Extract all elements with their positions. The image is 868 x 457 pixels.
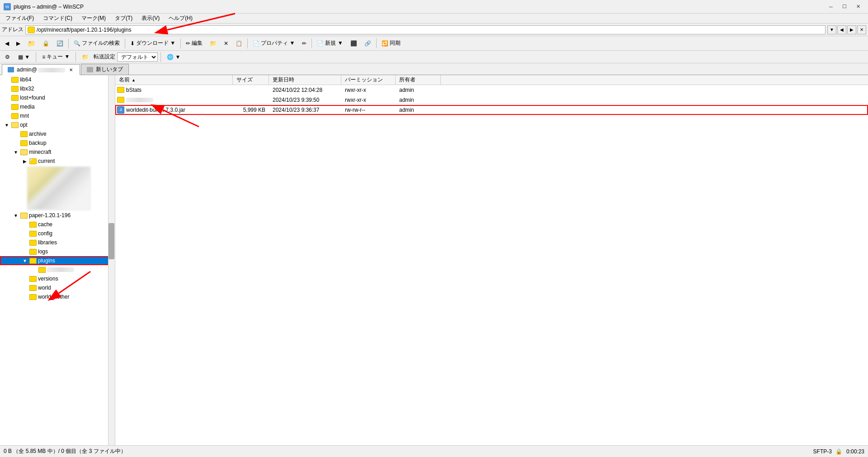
folder-icon-lib64 [11,77,19,83]
tree-toggle-plugins[interactable]: ▼ [22,257,28,264]
tree-item-world[interactable]: world [0,283,115,292]
tree-toggle-config[interactable] [22,230,28,237]
back-button[interactable]: ◀ [2,38,12,49]
copy-button[interactable]: 📋 [232,38,245,49]
lock-button[interactable]: 🔒 [39,38,52,49]
console-button[interactable]: ⬛ [347,38,360,49]
menu-help[interactable]: ヘルプ(H) [165,14,196,23]
tree-item-paper[interactable]: ▼ paper-1.20.1-196 [0,211,115,220]
col-header-permissions[interactable]: パーミッション [341,75,396,85]
tree-toggle-minecraft[interactable]: ▼ [13,149,19,155]
search-button[interactable]: 🔍 ファイルの検索 [71,38,123,49]
tree-item-lib64[interactable]: lib64 [0,75,115,84]
tree-toggle-lostfound[interactable] [4,95,10,101]
folder-icon-blurred-row [117,97,124,103]
tree-toggle-media[interactable] [4,104,10,110]
download-button[interactable]: ⬇ ダウンロード ▼ [127,38,179,49]
tree-item-config[interactable]: config [0,229,115,238]
tree-item-logs[interactable]: logs [0,247,115,256]
new-button[interactable]: 📄 新規 ▼ [314,38,346,49]
tree-toggle-versions[interactable] [22,276,28,282]
properties-button[interactable]: 📄 プロパティ ▼ [250,38,298,49]
folder-icon-archive [20,131,28,137]
file-name-blurred [115,97,233,103]
tree-toggle-logs[interactable] [22,248,28,255]
tree-toggle-backup[interactable] [13,140,19,146]
globe-button[interactable]: 🌐 ▼ [164,52,184,62]
grid-button[interactable]: ▦ ▼ [15,52,33,62]
parent-dir-button[interactable]: 📁 [24,38,38,49]
tree-item-libraries[interactable]: libraries [0,238,115,247]
tb2-sep2 [75,52,76,62]
tree-toggle-archive[interactable] [13,131,19,137]
sync-button[interactable]: 🔁 同期 [378,38,404,49]
address-dropdown-btn[interactable]: ▼ [827,25,836,34]
tree-item-minecraft[interactable]: ▼ minecraft [0,148,115,157]
col-header-owner[interactable]: 所有者 [396,75,441,85]
tree-item-mnt[interactable]: mnt [0,111,115,120]
forward-button[interactable]: ▶ [13,38,24,49]
tree-item-bstats-child[interactable] [0,265,115,274]
tree-scrollbar-thumb[interactable] [108,223,114,259]
transfer-dropdown[interactable]: デフォルト [117,52,158,62]
tree-toggle-libx32[interactable] [4,86,10,92]
tab-new[interactable]: 新しいタブ [81,64,129,75]
tree-toggle-cache[interactable] [22,221,28,228]
blurred-filename [126,98,153,102]
tab-admin[interactable]: admin@ ✕ [2,64,80,75]
col-header-name[interactable]: 名前 ▲ [115,75,233,85]
maximize-button[interactable]: ☐ [838,2,851,12]
tree-toggle-current[interactable]: ▶ [22,158,28,164]
menu-command[interactable]: コマンド(C) [39,14,76,23]
tree-item-archive[interactable]: archive [0,129,115,138]
tree-label-lostfound: lost+found [20,95,45,101]
edit-button[interactable]: ✏ 編集 [183,38,206,49]
address-back-btn[interactable]: ◀ [837,25,846,34]
col-header-size[interactable]: サイズ [233,75,269,85]
new-folder-button[interactable]: 📁 [207,38,220,49]
tree-item-media[interactable]: media [0,102,115,111]
tree-toggle-libraries[interactable] [22,239,28,246]
file-row-blurred[interactable]: 2024/10/23 9:39:50 rwxr-xr-x admin [115,95,868,105]
tab-close-button[interactable]: ✕ [68,67,74,73]
tree-item-lostfound[interactable]: lost+found [0,93,115,102]
tree-toggle-mnt[interactable] [4,113,10,119]
col-header-date[interactable]: 更新日時 [269,75,341,85]
menu-mark[interactable]: マーク(M) [78,14,109,23]
tree-item-current[interactable]: ▶ current [0,157,115,166]
tree-item-opt[interactable]: ▼ opt [0,120,115,129]
tree-item-libx32[interactable]: libx32 [0,84,115,93]
toolbar-sep-4 [247,38,248,48]
minimize-button[interactable]: ─ [825,2,837,12]
tree-toggle-bstats-child[interactable] [31,267,37,273]
menu-file[interactable]: ファイル(F) [2,14,38,23]
menu-tab[interactable]: タブ(T) [111,14,136,23]
file-row-worldedit[interactable]: J worldedit-bukkit-7.3.0.jar 5,999 KB 20… [115,105,868,115]
delete-button[interactable]: ✕ [221,38,231,49]
folder-transfer-button[interactable]: 📁 [79,52,92,62]
tree-scrollbar[interactable] [108,75,115,445]
close-button[interactable]: ✕ [852,2,864,12]
tree-toggle-paper[interactable]: ▼ [13,212,19,219]
tree-item-world-nether[interactable]: world_nether [0,292,115,301]
tree-item-backup[interactable]: backup [0,138,115,148]
tree-toggle-lib64[interactable] [4,76,10,83]
address-forward-btn[interactable]: ▶ [847,25,856,34]
file-row-bstats[interactable]: bStats 2024/10/22 12:04:28 rwxr-xr-x adm… [115,85,868,95]
menu-view[interactable]: 表示(V) [138,14,163,23]
address-clear-btn[interactable]: ✕ [857,25,866,34]
tree-item-plugins[interactable]: ▼ plugins [0,256,115,265]
tree-label-logs: logs [38,248,48,255]
folder-icon-current [29,158,37,164]
rename-button[interactable]: ✏ [299,38,310,49]
tree-item-cache[interactable]: cache [0,220,115,229]
tree-toggle-world-nether[interactable] [22,294,28,300]
gear-button[interactable]: ⚙ [2,52,13,62]
address-input-wrap[interactable]: /opt/minecraft/paper-1.20.1-196/plugins [25,25,826,34]
tree-toggle-opt[interactable]: ▼ [4,122,10,128]
tree-toggle-world[interactable] [22,285,28,291]
tree-item-versions[interactable]: versions [0,274,115,283]
queue-button[interactable]: ≡ キュー ▼ [39,52,73,62]
refresh-button[interactable]: 🔄 [53,38,66,49]
network-button[interactable]: 🔗 [361,38,374,49]
